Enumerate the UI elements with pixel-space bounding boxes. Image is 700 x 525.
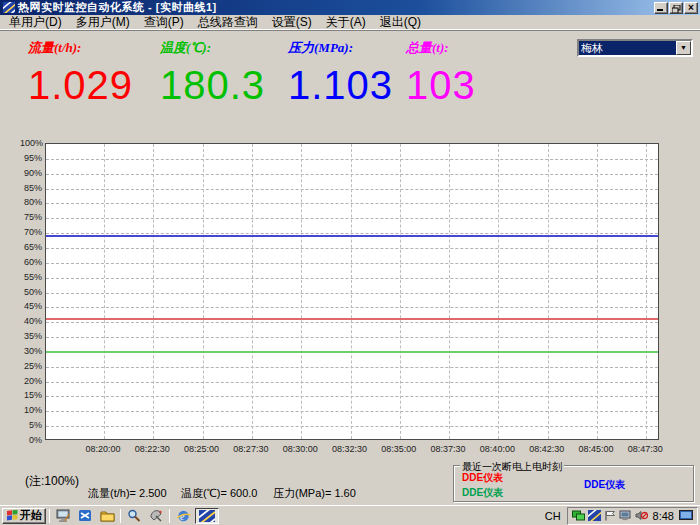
title-bar: 热网实时监控自动化系统 - [实时曲线1] × bbox=[0, 0, 700, 15]
y-axis-label: 90% bbox=[20, 169, 42, 178]
readout-value-1: 180.3 bbox=[160, 63, 265, 107]
h-gridline bbox=[46, 322, 658, 323]
v-gridline bbox=[252, 144, 253, 439]
y-axis-label: 40% bbox=[20, 317, 42, 326]
readout-3: 总量(t):103 bbox=[406, 39, 476, 107]
menu-item-3[interactable]: 总线路查询 bbox=[191, 15, 265, 30]
readout-label-3: 总量(t): bbox=[406, 39, 476, 57]
y-axis-label: 30% bbox=[20, 347, 42, 356]
taskbar-clock[interactable]: 8:48 bbox=[651, 510, 676, 522]
network-card-icon[interactable] bbox=[572, 510, 585, 521]
h-gridline bbox=[46, 159, 658, 160]
v-gridline bbox=[203, 144, 204, 439]
h-gridline bbox=[46, 426, 658, 427]
h-gridline bbox=[46, 248, 658, 249]
y-axis-label: 35% bbox=[20, 332, 42, 341]
h-gridline bbox=[46, 411, 658, 412]
chevron-down-icon[interactable]: ▼ bbox=[676, 41, 691, 55]
readout-value-2: 1.103 bbox=[288, 63, 393, 107]
station-selected-value: 梅林 bbox=[579, 41, 676, 55]
h-gridline bbox=[46, 263, 658, 264]
minimize-button[interactable] bbox=[654, 2, 668, 14]
display-icon[interactable] bbox=[679, 510, 693, 521]
h-gridline bbox=[46, 382, 658, 383]
volume-muted-icon[interactable] bbox=[635, 510, 648, 521]
menu-item-0[interactable]: 单用户(D) bbox=[2, 15, 69, 30]
y-axis-label: 50% bbox=[20, 288, 42, 297]
dde-meter-2: DDE仪表 bbox=[584, 478, 625, 492]
mail-app-icon[interactable] bbox=[75, 508, 95, 524]
power-event-panel: 最近一次断电上电时刻 DDE仪表DDE仪表DDE仪表 bbox=[453, 465, 694, 502]
y-axis-label: 95% bbox=[20, 154, 42, 163]
restore-icon bbox=[672, 5, 681, 13]
menu-item-4[interactable]: 设置(S) bbox=[265, 15, 319, 30]
minimize-icon bbox=[657, 9, 663, 11]
flag-icon[interactable] bbox=[604, 510, 616, 521]
y-axis-label: 25% bbox=[20, 362, 42, 371]
y-axis-label: 60% bbox=[20, 258, 42, 267]
v-gridline bbox=[400, 144, 401, 439]
h-gridline bbox=[46, 189, 658, 190]
scale-note: (注:100%) bbox=[25, 473, 79, 490]
plot-area bbox=[45, 143, 659, 440]
window-title: 热网实时监控自动化系统 - [实时曲线1] bbox=[18, 0, 217, 15]
v-gridline bbox=[351, 144, 352, 439]
channels-icon[interactable] bbox=[146, 508, 166, 524]
h-gridline bbox=[46, 233, 658, 234]
folder-icon[interactable] bbox=[97, 508, 117, 524]
v-gridline bbox=[597, 144, 598, 439]
h-gridline bbox=[46, 367, 658, 368]
y-axis-label: 65% bbox=[20, 243, 42, 252]
windows-logo-icon bbox=[6, 510, 18, 521]
h-gridline bbox=[46, 307, 658, 308]
start-button[interactable]: 开始 bbox=[2, 508, 46, 524]
v-gridline bbox=[646, 144, 647, 439]
y-axis-label: 80% bbox=[20, 198, 42, 207]
v-gridline bbox=[449, 144, 450, 439]
system-tray: 8:48 bbox=[567, 507, 698, 525]
menu-item-5[interactable]: 关于(A) bbox=[319, 15, 373, 30]
client-area: 流量(t/h):1.029温度(℃):180.3压力(MPa):1.103总量(… bbox=[0, 30, 700, 505]
v-gridline bbox=[104, 144, 105, 439]
computer-icon[interactable] bbox=[619, 510, 632, 521]
input-method-indicator[interactable]: CH bbox=[545, 510, 567, 522]
menu-item-1[interactable]: 多用户(M) bbox=[69, 15, 137, 30]
taskbar: 开始 bbox=[0, 505, 700, 525]
divider bbox=[49, 509, 50, 523]
y-axis-label: 85% bbox=[20, 184, 42, 193]
realtime-curve-chart: 0%5%10%15%20%25%30%35%40%45%50%55%60%65%… bbox=[20, 136, 684, 458]
y-axis-label: 5% bbox=[20, 421, 42, 430]
x-axis-label: 08:47:30 bbox=[615, 444, 675, 454]
readout-1: 温度(℃):180.3 bbox=[160, 39, 265, 107]
y-axis-label: 15% bbox=[20, 391, 42, 400]
v-gridline bbox=[153, 144, 154, 439]
h-gridline bbox=[46, 174, 658, 175]
menu-item-6[interactable]: 退出(Q) bbox=[373, 15, 428, 30]
internet-explorer-icon[interactable]: e bbox=[173, 508, 193, 524]
y-axis-label: 100% bbox=[20, 139, 42, 148]
app-tray-icon[interactable] bbox=[588, 510, 601, 521]
search-icon[interactable] bbox=[124, 508, 144, 524]
readout-0: 流量(t/h):1.029 bbox=[28, 39, 133, 107]
v-gridline bbox=[548, 144, 549, 439]
close-button[interactable]: × bbox=[684, 2, 698, 14]
y-axis-label: 75% bbox=[20, 213, 42, 222]
y-axis-label: 45% bbox=[20, 302, 42, 311]
menu-item-2[interactable]: 查询(P) bbox=[137, 15, 191, 30]
reference-pressure: 压力(MPa)= 1.60 bbox=[273, 486, 356, 501]
h-gridline bbox=[46, 396, 658, 397]
readout-label-1: 温度(℃): bbox=[160, 39, 265, 57]
dde-meter-0: DDE仪表 bbox=[462, 471, 503, 485]
v-gridline bbox=[498, 144, 499, 439]
h-gridline bbox=[46, 278, 658, 279]
station-selector[interactable]: 梅林 ▼ bbox=[577, 39, 693, 57]
app-icon bbox=[3, 2, 15, 13]
app-taskbar-button[interactable] bbox=[195, 508, 219, 524]
readout-label-0: 流量(t/h): bbox=[28, 39, 133, 57]
app-icon bbox=[199, 510, 215, 522]
show-desktop-icon[interactable] bbox=[53, 508, 73, 524]
y-axis-label: 0% bbox=[20, 436, 42, 445]
restore-button[interactable] bbox=[669, 2, 683, 14]
h-gridline bbox=[46, 203, 658, 204]
y-axis-label: 70% bbox=[20, 228, 42, 237]
